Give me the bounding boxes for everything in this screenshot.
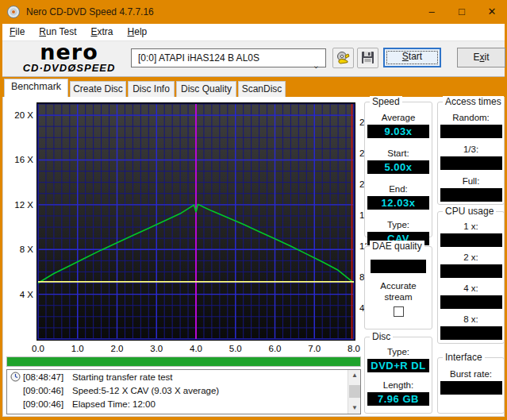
progress-bar-fill [7, 357, 360, 366]
field-burst-rate-: Burst rate: [438, 368, 504, 395]
access-times-fields: Random:1/3:Full: [438, 102, 504, 202]
nero-logo: nero CD·DVDØSPEED [9, 42, 129, 75]
log-icon-spacer [10, 399, 23, 409]
tab-benchmark[interactable]: Benchmark [4, 79, 68, 97]
field-random-: Random: [438, 112, 504, 138]
tab-disc-info[interactable]: Disc Info [128, 81, 175, 97]
menu-item-extra[interactable]: Extra [84, 24, 121, 41]
progress-bar [6, 356, 361, 367]
close-button[interactable]: ✕ [477, 0, 507, 24]
value-box: DVD+R DL [367, 359, 429, 372]
save-button[interactable] [357, 48, 378, 68]
title-bar: Nero CD-DVD Speed 4.7.7.16 – □ ✕ [0, 0, 507, 24]
log-message: Speed:5-12 X CAV (9.03 X average) [72, 386, 360, 395]
field-label: 8 x: [438, 314, 504, 326]
log-lines: [08:48:47]Starting transfer rate test[09… [7, 370, 360, 410]
value-box: 5.00x [367, 160, 429, 174]
benchmark-chart: 20 X16 X12 X8 X4 X2824201612840.01.02.03… [6, 99, 367, 355]
field-label: Type: [365, 346, 432, 358]
scroll-up-icon[interactable]: ▲ [348, 370, 361, 381]
value-text: 12.03x [367, 196, 429, 210]
field-8-x-: 8 x: [438, 314, 504, 340]
interface-group: Interface Burst rate: [437, 357, 505, 414]
value-box: 7.96 GB [367, 392, 429, 406]
drive-selector-value: [0:0] ATAPI iHAS124 B AL0S [138, 52, 259, 64]
maximize-button[interactable]: □ [447, 0, 477, 24]
access-times-group: Access times Random:1/3:Full: [437, 102, 505, 205]
cpu-usage-fields: 1 x:2 x:4 x:8 x: [438, 212, 504, 340]
field-length-: Length:7.96 GB [365, 380, 432, 406]
app-window: Nero CD-DVD Speed 4.7.7.16 – □ ✕ FileRun… [0, 0, 507, 420]
field-average: Average9.03x [365, 112, 432, 138]
disc-fields: Type:DVD+R DLLength:7.96 GB [365, 337, 432, 406]
svg-text:4 X: 4 X [20, 290, 34, 299]
tab-create-disc[interactable]: Create Disc [70, 81, 126, 97]
value-box [440, 264, 502, 278]
scrollbar-thumb[interactable] [349, 385, 360, 398]
value-box: 12.03x [367, 196, 429, 210]
interface-fields: Burst rate: [438, 358, 504, 395]
field-full-: Full: [438, 175, 504, 202]
svg-text:1.0: 1.0 [71, 344, 84, 353]
tab-disc-quality[interactable]: Disc Quality [176, 81, 236, 97]
value-box [440, 188, 502, 202]
svg-text:6.0: 6.0 [269, 344, 282, 353]
menu-item-help[interactable]: Help [121, 24, 155, 41]
value-box [440, 381, 502, 395]
log-timestamp: [09:00:46] [23, 399, 72, 409]
clock-icon [10, 372, 23, 382]
field-label: Average [365, 112, 432, 124]
log-line: [09:00:46]Speed:5-12 X CAV (9.03 X avera… [7, 383, 360, 397]
menu-item-run-test[interactable]: Run Test [32, 24, 83, 41]
eject-disc-icon [336, 51, 351, 65]
app-icon [7, 6, 20, 18]
scroll-down-icon[interactable]: ▼ [348, 403, 361, 414]
start-button[interactable]: Start [383, 48, 441, 67]
exit-button[interactable]: Exit [457, 48, 505, 67]
svg-text:7.0: 7.0 [308, 344, 321, 353]
eject-disc-button[interactable] [332, 48, 354, 68]
value-box [440, 156, 502, 170]
field-label: End: [365, 183, 432, 195]
value-text: 5.00x [367, 160, 429, 174]
field-label: Start: [365, 148, 432, 160]
field-4-x-: 4 x: [438, 283, 504, 309]
svg-text:12 X: 12 X [14, 200, 33, 210]
field-label: Type: [365, 219, 432, 231]
field-label: Random: [438, 112, 504, 124]
disc-group: Disc Type:DVD+R DLLength:7.96 GB [364, 337, 432, 414]
field-label: 2 x: [438, 252, 504, 264]
minimize-button[interactable]: – [417, 0, 447, 24]
value-text: DVD+R DL [367, 359, 429, 372]
tab-scandisc[interactable]: ScanDisc [238, 81, 286, 97]
accurate-stream-checkbox[interactable] [394, 306, 404, 317]
menu-item-file[interactable]: File [2, 24, 32, 41]
svg-text:0.0: 0.0 [32, 344, 44, 353]
value-box: 9.03x [367, 125, 429, 138]
tab-bar: BenchmarkCreate DiscDisc InfoDisc Qualit… [2, 79, 505, 97]
log-line: [09:00:46]Elapsed Time: 12:00 [7, 397, 360, 410]
value-text: 7.96 GB [367, 392, 429, 406]
dae-quality-value-box [371, 260, 426, 273]
value-text: 9.03x [367, 125, 429, 138]
accurate-stream-label: Accurate stream [365, 280, 432, 302]
log-panel: [08:48:47]Starting transfer rate test[09… [6, 369, 361, 414]
field-end-: End:12.03x [365, 183, 432, 210]
svg-text:8 X: 8 X [20, 245, 34, 254]
log-message: Starting transfer rate test [72, 372, 360, 382]
window-title: Nero CD-DVD Speed 4.7.7.16 [26, 0, 154, 24]
value-box [440, 125, 502, 138]
save-icon [360, 51, 375, 65]
svg-text:20 X: 20 X [14, 110, 33, 120]
speed-fields: Average9.03xStart:5.00xEnd:12.03xType:CA… [365, 102, 432, 245]
speed-group: Speed Average9.03xStart:5.00xEnd:12.03xT… [364, 102, 432, 237]
field-start-: Start:5.00x [365, 148, 432, 174]
value-box [440, 295, 502, 309]
field-label: 1/3: [438, 144, 504, 156]
field-1-x-: 1 x: [438, 221, 504, 247]
log-line: [08:48:47]Starting transfer rate test [7, 370, 360, 383]
drive-selector[interactable]: [0:0] ATAPI iHAS124 B AL0S ⌄ [131, 48, 326, 67]
log-icon-spacer [10, 385, 23, 395]
field-label: 1 x: [438, 221, 504, 233]
log-scrollbar[interactable]: ▲ ▼ [348, 370, 360, 414]
